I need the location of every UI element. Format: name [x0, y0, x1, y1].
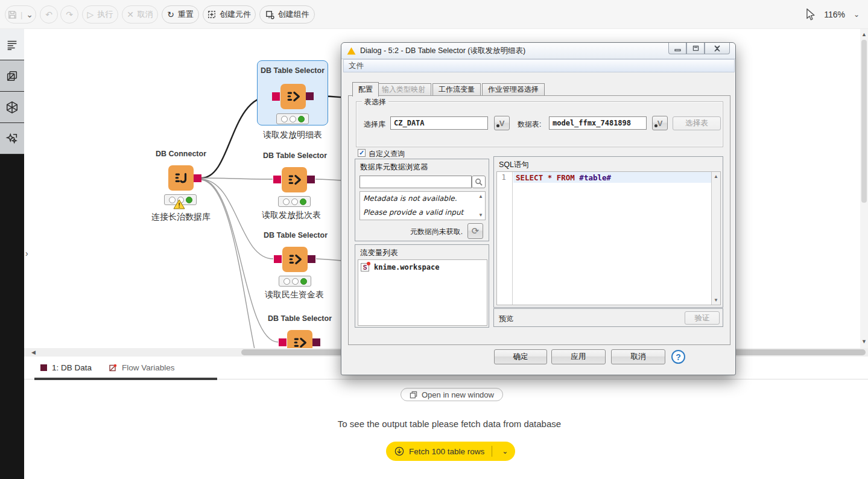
- maximize-button[interactable]: [686, 43, 705, 54]
- table-selector-icon: [285, 171, 303, 189]
- pointer-tool-icon[interactable]: [804, 8, 816, 21]
- save-dropdown-icon[interactable]: ⌄: [26, 10, 33, 19]
- sidebar-item-description[interactable]: [0, 29, 24, 60]
- flow-variable-item[interactable]: S knime.workspace: [361, 263, 439, 271]
- tab-workflow-variables[interactable]: 工作流变量: [432, 83, 481, 96]
- schema-input[interactable]: [390, 116, 488, 130]
- close-button[interactable]: [705, 43, 730, 54]
- node-output-port[interactable]: [308, 255, 315, 263]
- metadata-status: 元数据尚未获取.: [355, 227, 463, 237]
- validate-button: 验证: [685, 311, 720, 325]
- sql-scrollbar[interactable]: ▲ ▼: [711, 172, 720, 305]
- db-table-selector-node[interactable]: [282, 167, 307, 192]
- db-table-selector-dialog: Dialog - 5:2 - DB Table Selector (读取发放明细…: [341, 42, 736, 375]
- schema-flow-variable-button[interactable]: V: [494, 116, 510, 130]
- scroll-down-icon[interactable]: ▼: [478, 212, 483, 218]
- db-table-selector-node[interactable]: [280, 84, 306, 109]
- node-input-port[interactable]: [274, 255, 282, 263]
- node-annotation[interactable]: 连接长治数据库: [121, 212, 241, 223]
- cancel-button[interactable]: 取消: [611, 349, 665, 364]
- fetch-message: To see the output table please fetch dat…: [24, 419, 868, 429]
- metadata-search-input[interactable]: [360, 176, 472, 188]
- node-title: DB Table Selector: [235, 151, 355, 160]
- scroll-up-icon[interactable]: ▲: [714, 174, 718, 179]
- flow-variables-list[interactable]: S knime.workspace: [358, 259, 487, 326]
- sql-editor[interactable]: 1 SELECT * FROM #table# ▲ ▼: [496, 171, 721, 305]
- create-metanode-button[interactable]: 创建元件: [203, 5, 256, 24]
- status-yellow: [291, 198, 298, 205]
- help-button[interactable]: ?: [671, 350, 685, 364]
- metadata-browser-panel: 数据库元数据浏览器 Metadata is not available. Ple…: [355, 159, 489, 241]
- tab-job-manager[interactable]: 作业管理器选择: [482, 83, 545, 96]
- minimize-button[interactable]: [668, 43, 686, 54]
- table-input[interactable]: [549, 116, 647, 130]
- refresh-icon: ⟳: [472, 226, 480, 236]
- node-annotation[interactable]: 读取发放明细表: [232, 130, 353, 141]
- nodes-icon: [5, 69, 19, 83]
- metadata-search-button[interactable]: [472, 176, 486, 188]
- custom-query-checkbox[interactable]: ✓: [358, 149, 366, 157]
- window-controls: [668, 43, 730, 54]
- zoom-level[interactable]: 116%: [824, 10, 845, 19]
- redo-button[interactable]: ↷: [60, 5, 78, 24]
- open-in-new-window-button[interactable]: Open in new window: [401, 388, 503, 401]
- scroll-left-icon[interactable]: ◀: [31, 349, 36, 355]
- save-button[interactable]: | ⌄: [5, 5, 36, 24]
- search-icon: [475, 178, 483, 186]
- fetch-dropdown-icon[interactable]: ⌄: [497, 447, 513, 455]
- metadata-tree[interactable]: Metadata is not available. Please provid…: [360, 191, 486, 220]
- table-selector-icon: [286, 250, 304, 268]
- sidebar-item-ai-assistant[interactable]: [0, 123, 24, 154]
- node-annotation[interactable]: 读取发放批次表: [231, 210, 352, 221]
- node-status-lights: [278, 196, 311, 207]
- metadata-message-2: Please provide a valid input: [363, 208, 463, 217]
- scroll-down-icon[interactable]: ▼: [714, 297, 718, 303]
- metadata-refresh-button[interactable]: ⟳: [467, 223, 483, 239]
- sql-gutter: 1: [497, 172, 513, 305]
- table-flow-variable-button[interactable]: V: [652, 116, 668, 130]
- menu-file[interactable]: 文件: [349, 61, 364, 71]
- node-input-port[interactable]: [272, 92, 280, 101]
- vertical-scroll-thumb[interactable]: [861, 40, 867, 203]
- tab-flow-variables[interactable]: Flow Variables: [109, 363, 175, 372]
- apply-button[interactable]: 应用: [551, 349, 606, 364]
- minimize-icon: [674, 46, 681, 51]
- string-variable-icon: S: [361, 263, 369, 271]
- tab-config[interactable]: 配置: [352, 82, 379, 97]
- node-input-port[interactable]: [279, 338, 287, 346]
- node-title: DB Table Selector: [232, 66, 353, 75]
- scroll-up-icon[interactable]: ▲: [861, 31, 867, 37]
- canvas-vertical-scrollbar[interactable]: ▲ ▼: [860, 29, 868, 348]
- sql-keywords: SELECT * FROM: [516, 173, 579, 182]
- dialog-menubar: 文件: [343, 59, 735, 72]
- sidebar-item-space-explorer[interactable]: [0, 92, 24, 123]
- flow-variable-icon: V: [657, 119, 663, 128]
- db-connector-icon: [172, 169, 190, 187]
- node-output-port[interactable]: [306, 92, 314, 100]
- zoom-dropdown-icon[interactable]: ⌄: [854, 10, 860, 19]
- create-component-button[interactable]: 创建组件: [259, 5, 315, 24]
- db-connector-node[interactable]: [168, 165, 194, 191]
- node-output-port[interactable]: [307, 176, 315, 183]
- cancel-execution-button[interactable]: ✕取消: [122, 5, 158, 24]
- node-input-port[interactable]: [273, 176, 281, 183]
- table-selector-icon: [284, 87, 302, 106]
- scroll-up-icon[interactable]: ▲: [478, 194, 483, 199]
- node-annotation[interactable]: 读取民生资金表: [234, 290, 355, 300]
- execute-icon: ▷: [87, 10, 94, 19]
- node-output-port[interactable]: [312, 338, 320, 346]
- execute-button[interactable]: ▷执行: [82, 5, 118, 24]
- tab-db-data[interactable]: 1: DB Data: [40, 363, 92, 372]
- scroll-down-icon[interactable]: ▼: [861, 338, 867, 344]
- undo-button[interactable]: ↶: [40, 5, 58, 24]
- undo-icon: ↶: [45, 10, 52, 19]
- node-title: DB Table Selector: [235, 231, 356, 240]
- sidebar-item-node-repository[interactable]: [0, 60, 24, 92]
- node-output-port[interactable]: [194, 174, 201, 182]
- sql-code-line[interactable]: SELECT * FROM #table#: [513, 172, 712, 183]
- fetch-rows-button[interactable]: Fetch 100 table rows ⌄: [386, 442, 515, 461]
- ok-button[interactable]: 确定: [494, 349, 547, 364]
- reset-button[interactable]: ↻重置: [162, 5, 199, 24]
- panel-expand-chevron[interactable]: ›: [25, 249, 28, 258]
- db-table-selector-node[interactable]: [282, 247, 308, 272]
